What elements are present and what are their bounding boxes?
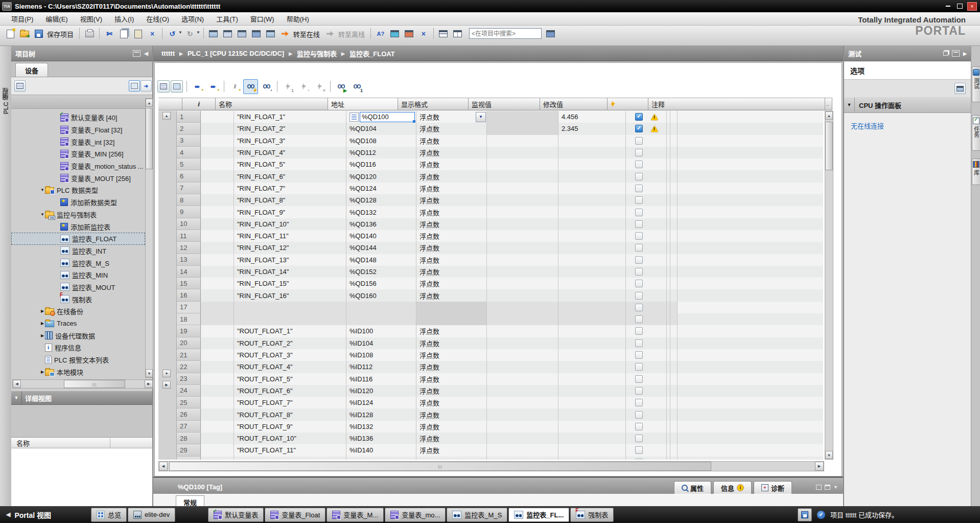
cell-comment[interactable] [667,302,670,313]
unchecked-icon[interactable] [635,423,643,430]
table-row[interactable]: "ROUT_FLOAT_12"%ID144浮点数 [177,457,823,460]
table-row[interactable]: 16"RIN_FLOAT_16"%QD160浮点数 [177,289,823,301]
diagnostics-tool-icon[interactable]: A? [374,27,387,40]
cell-name[interactable]: "RIN_FLOAT_4" [234,147,346,158]
menu-item-5[interactable]: 在线(O) [140,12,175,25]
maximize-button[interactable] [955,3,964,10]
menu-item-9[interactable]: 帮助(H) [281,12,315,25]
table-view-icon[interactable] [157,80,170,93]
tree-item-本地模块[interactable]: ▶本地模块 [11,366,145,378]
cell-modify-value[interactable] [558,158,626,170]
tree-item-监控表-min[interactable]: 监控表_MIN [11,269,145,281]
cell-modify-value[interactable] [558,373,626,385]
cell-modify-value[interactable] [558,194,626,206]
cell-modify-value[interactable] [558,302,626,313]
cell-comment[interactable] [667,421,670,433]
cell-address[interactable]: %ID108 [346,349,416,361]
cell-modify-enable[interactable] [626,230,667,242]
cell-modify-value[interactable] [558,433,626,444]
tree-item-变量表-motion-status-[interactable]: 变量表_motion_status ... [11,160,145,172]
cell-modify-value[interactable] [558,230,626,242]
cell-modify-enable[interactable] [626,218,667,230]
cell-name[interactable]: "ROUT_FLOAT_9" [234,421,346,433]
cell-address[interactable]: %ID128 [346,408,416,420]
cell-modify-value[interactable] [558,289,626,301]
chevron-right-icon[interactable]: ▶ [40,370,45,374]
cell-format[interactable]: 浮点数 [416,194,487,206]
cell-comment[interactable] [667,111,670,123]
cell-format[interactable]: 浮点数 [416,408,487,420]
cell-address[interactable]: %QD112 [346,147,416,158]
cell-modify-value[interactable] [558,444,626,456]
cell-modify-value[interactable] [558,457,626,460]
side-tab-库[interactable]: 库 [972,158,980,185]
unchecked-icon[interactable] [635,304,643,311]
delete-button[interactable]: × [146,27,159,40]
unchecked-icon[interactable] [635,387,643,395]
chevron-right-icon[interactable]: ▶ [40,333,45,338]
gutter-down-icon[interactable]: ▼ [162,370,171,377]
unchecked-icon[interactable] [635,268,643,276]
cell-format[interactable]: 浮点数 [416,135,487,147]
cell-name[interactable]: "RIN_FLOAT_3" [234,135,346,147]
cell-address[interactable]: %ID140 [346,444,416,456]
panel-expand-icon[interactable]: ▶ [963,51,967,56]
cell-address[interactable]: %ID132 [346,421,416,433]
cell-name[interactable]: "ROUT_FLOAT_11" [234,444,346,456]
table-row[interactable]: 20"ROUT_FLOAT_2"%ID104浮点数 [177,337,823,349]
cell-modify-enable[interactable] [626,289,667,301]
tree-item-程序信息[interactable]: 程序信息 [11,342,145,354]
cell-name[interactable]: "RIN_FLOAT_14" [234,266,346,278]
unchecked-icon[interactable] [635,209,643,216]
taskbar-button-强制表[interactable]: 强制表 [570,508,614,522]
cell-address[interactable]: %ID104 [346,337,416,349]
cell-comment[interactable] [667,278,670,289]
checked-icon[interactable] [635,113,643,121]
table-row[interactable]: 27"ROUT_FLOAT_9"%ID132浮点数 [177,421,823,433]
menu-item-6[interactable]: 选项(N) [175,12,210,25]
tree-view-icon[interactable] [14,80,26,92]
save-project-button[interactable] [32,27,45,40]
panel-float-icon[interactable] [943,51,948,56]
cell-comment[interactable] [667,361,670,373]
modify-stop-icon[interactable]: × [312,79,327,94]
cell-modify-value[interactable] [558,242,626,254]
cell-name[interactable]: "RIN_FLOAT_13" [234,254,346,266]
cell-modify-enable[interactable] [626,444,667,456]
gutter-up-icon[interactable]: ▲ [162,112,171,120]
table-row[interactable]: 1"RIN_FLOAT_1"%QD100浮点数▼4.456 [177,111,823,123]
cell-comment[interactable] [667,457,670,460]
unchecked-icon[interactable] [635,459,643,460]
header-more[interactable]: .. [825,98,832,110]
print-button[interactable] [83,27,96,40]
cut-button[interactable]: ✄ [103,27,116,40]
cell-modify-enable[interactable] [626,183,667,194]
table-row[interactable]: 10"RIN_FLOAT_10"%QD136浮点数 [177,218,823,230]
cell-address[interactable]: %QD104 [346,123,416,134]
cell-address[interactable]: %QD160 [346,289,416,301]
cell-comment[interactable] [667,230,670,242]
cell-modify-enable[interactable] [626,135,667,147]
table-row[interactable]: 13"RIN_FLOAT_13"%QD148浮点数 [177,254,823,266]
cell-modify-value[interactable] [558,135,626,147]
cell-format[interactable]: 浮点数 [416,183,487,194]
table-row[interactable]: 4"RIN_FLOAT_4"%QD112浮点数 [177,147,823,158]
chevron-right-icon[interactable]: ▶ [40,309,45,313]
cell-format[interactable]: 浮点数 [416,325,487,337]
cell-address[interactable]: %ID116 [346,373,416,385]
monitor-once-icon[interactable]: ΟΟ◔ [259,79,274,94]
cell-modify-value[interactable] [558,170,626,182]
cell-name[interactable]: "RIN_FLOAT_6" [234,170,346,182]
search-input[interactable] [469,28,542,39]
unchecked-icon[interactable] [635,411,643,419]
cell-format[interactable]: 浮点数 [416,444,487,456]
project-library-icon[interactable] [544,27,557,40]
cell-comment[interactable] [667,337,670,349]
cell-comment[interactable] [667,218,670,230]
cell-format[interactable] [416,302,487,313]
table-row[interactable]: 26"ROUT_FLOAT_8"%ID128浮点数 [177,408,823,420]
header-modify[interactable]: 修改值 [540,98,608,110]
cell-modify-enable[interactable] [626,397,667,408]
table-row[interactable]: 6"RIN_FLOAT_6"%QD120浮点数 [177,170,823,182]
tab-info[interactable]: 信息i [713,481,752,494]
